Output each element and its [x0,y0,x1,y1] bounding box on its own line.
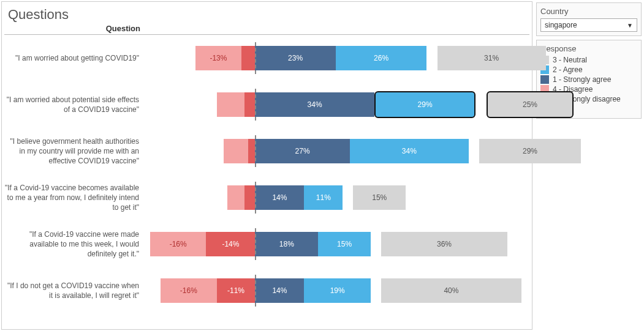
dashboard-container: Questions Question "I am worried about g… [0,0,644,331]
bar-value-label: 29% [523,147,537,155]
zero-axis [255,228,256,260]
chart-area: 27%34%29% [145,135,529,167]
chart-rows: "I am worried about getting COVID19"-13%… [4,35,529,314]
bar-segment-sagree[interactable]: 18% [255,232,318,256]
chart-cell: 34%29%25% [145,81,529,128]
bar-value-label: 19% [330,286,345,295]
question-label: "I am worried about getting COVID19" [4,53,145,63]
bar-value-label: 14% [272,193,287,202]
bar-segment-disagree[interactable] [224,139,248,163]
bar-value-label: -14% [222,240,239,248]
legend-item[interactable]: 3 - Neutral [540,56,637,64]
chart-row: "If a Covid-19 vaccine were made availab… [4,221,529,267]
bar-segment-disagree[interactable]: -16% [161,278,216,303]
column-header-question: Question [4,24,145,35]
bar-segment-agree[interactable]: 26% [336,46,427,70]
bar-value-label: 14% [272,286,287,295]
bar-value-label: 31% [484,54,499,62]
bar-segment-sdisagree[interactable]: -11% [217,278,256,303]
legend-swatch [540,75,549,84]
bar-segment-neutral[interactable]: 36% [381,232,507,256]
bar-value-label: 36% [437,240,452,248]
zero-axis [255,42,256,74]
zero-axis [255,182,256,214]
bar-segment-sdisagree[interactable]: -14% [206,232,255,256]
country-filter: Country singapore ▼ [536,2,642,36]
bar-segment-sagree[interactable]: 34% [255,92,374,117]
chart-row: "If a Covid-19 vaccine becomes available… [4,174,529,221]
chart-area: -16%-14%18%15%36% [145,228,529,260]
bar-value-label: 15% [337,240,352,248]
chart-cell: 27%34%29% [145,128,529,174]
bar-segment-neutral[interactable]: 29% [479,139,581,163]
bar-segment-agree[interactable]: 19% [304,278,371,303]
bar-value-label: -16% [180,286,197,295]
chart-cell: -16%-14%18%15%36% [145,221,529,267]
bar-value-label: 27% [295,147,310,155]
bar-value-label: -13% [210,54,227,62]
bar-value-label: 40% [444,286,458,295]
bar-segment-neutral[interactable]: 15% [353,185,406,210]
chart-area: 14%11%15% [145,182,529,214]
zero-axis [255,89,256,121]
question-label: "I am worried about potential side effec… [4,95,145,114]
bar-segment-sagree[interactable]: 14% [255,278,304,303]
column-header-chart [145,24,529,35]
questions-panel: Questions Question "I am worried about g… [1,1,532,330]
chart-cell: 14%11%15% [145,174,529,221]
bar-segment-sdisagree[interactable] [248,139,255,163]
bar-segment-sagree[interactable]: 23% [255,46,335,70]
side-panel: Country singapore ▼ Response 3 - Neutral… [534,0,644,331]
chart-row: "I am worried about getting COVID19"-13%… [4,35,529,81]
bar-segment-sdisagree[interactable] [244,185,255,210]
country-dropdown-value: singapore [545,21,577,29]
bar-value-label: 25% [523,100,537,109]
bar-value-label: 18% [279,240,294,248]
bar-value-label: 26% [374,54,388,62]
country-filter-label: Country [540,7,637,16]
question-label: "If I do not get a COVID19 vaccine when … [4,281,145,300]
bar-segment-neutral[interactable]: 31% [438,46,546,70]
bar-segment-agree[interactable]: 34% [350,139,469,163]
legend-label: 2 - Agree [553,65,583,74]
bar-segment-agree[interactable]: 11% [304,185,343,210]
bar-value-label: 34% [308,100,322,109]
chevron-down-icon: ▼ [627,22,633,29]
country-dropdown[interactable]: singapore ▼ [540,18,637,32]
chart-row: "I am worried about potential side effec… [4,81,529,128]
bar-segment-disagree[interactable]: -13% [195,46,241,70]
chart-row: "If I do not get a COVID19 vaccine when … [4,267,529,314]
question-label: "If a Covid-19 vaccine becomes available… [4,183,145,213]
bar-value-label: 29% [418,100,433,109]
bar-segment-sdisagree[interactable] [241,46,256,70]
chart-cell: -13%23%26%31% [145,35,529,81]
bar-segment-disagree[interactable]: -16% [150,232,206,256]
bar-segment-disagree[interactable] [227,185,245,210]
bar-value-label: 15% [372,193,387,202]
bar-segment-disagree[interactable] [217,92,245,117]
chart-cell: -16%-11%14%19%40% [145,267,529,314]
legend-item[interactable]: 2 - Agree [540,65,637,74]
zero-axis [255,135,256,167]
bar-segment-agree[interactable]: 29% [374,91,476,118]
bar-segment-neutral[interactable]: 25% [487,91,574,118]
header-row: Question [4,24,529,35]
legend-label: 1 - Strongly agree [553,75,611,84]
chart-area: -13%23%26%31% [145,42,529,74]
bar-value-label: 23% [288,54,303,62]
panel-title: Questions [8,7,529,23]
chart-row: "I believe government health authorities… [4,128,529,174]
question-label: "If a Covid-19 vaccine were made availab… [4,229,145,259]
bar-value-label: 34% [402,147,417,155]
bar-segment-agree[interactable]: 15% [318,232,371,256]
bar-value-label: -16% [170,240,187,248]
legend-title: Response [540,44,637,53]
bar-segment-sagree[interactable]: 27% [255,139,349,163]
bar-segment-sdisagree[interactable] [244,92,255,117]
bar-value-label: 11% [316,193,331,202]
bar-segment-sagree[interactable]: 14% [255,185,304,210]
bar-segment-neutral[interactable]: 40% [381,278,521,303]
legend-item[interactable]: 1 - Strongly agree [540,75,637,84]
question-label: "I believe government health authorities… [4,136,145,166]
chart-area: -16%-11%14%19%40% [145,275,529,307]
